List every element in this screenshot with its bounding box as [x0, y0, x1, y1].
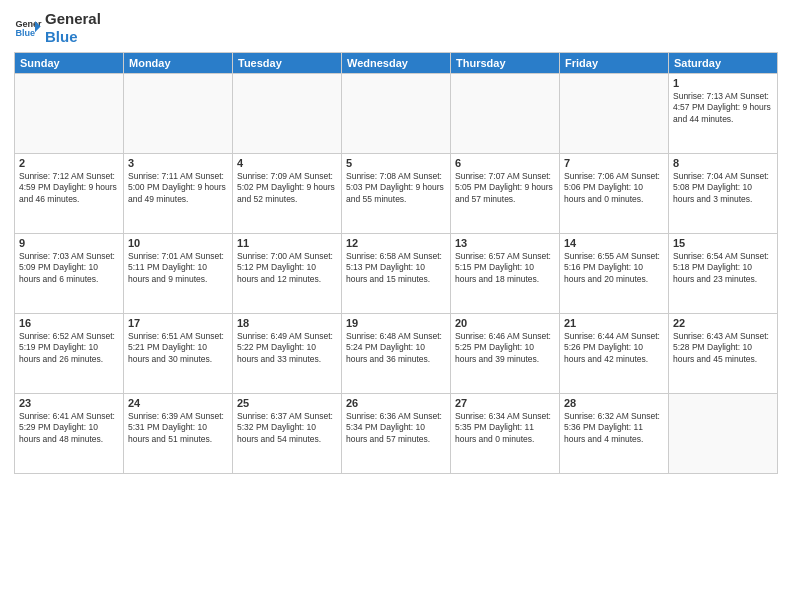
header-cell-monday: Monday [124, 53, 233, 74]
day-info: Sunrise: 6:48 AM Sunset: 5:24 PM Dayligh… [346, 331, 446, 365]
day-info: Sunrise: 6:57 AM Sunset: 5:15 PM Dayligh… [455, 251, 555, 285]
day-number: 26 [346, 397, 446, 409]
day-cell: 25Sunrise: 6:37 AM Sunset: 5:32 PM Dayli… [233, 394, 342, 474]
day-cell: 24Sunrise: 6:39 AM Sunset: 5:31 PM Dayli… [124, 394, 233, 474]
day-cell: 9Sunrise: 7:03 AM Sunset: 5:09 PM Daylig… [15, 234, 124, 314]
day-cell: 11Sunrise: 7:00 AM Sunset: 5:12 PM Dayli… [233, 234, 342, 314]
day-info: Sunrise: 6:49 AM Sunset: 5:22 PM Dayligh… [237, 331, 337, 365]
day-cell: 5Sunrise: 7:08 AM Sunset: 5:03 PM Daylig… [342, 154, 451, 234]
day-info: Sunrise: 7:01 AM Sunset: 5:11 PM Dayligh… [128, 251, 228, 285]
day-cell: 21Sunrise: 6:44 AM Sunset: 5:26 PM Dayli… [560, 314, 669, 394]
week-row-4: 23Sunrise: 6:41 AM Sunset: 5:29 PM Dayli… [15, 394, 778, 474]
day-cell: 17Sunrise: 6:51 AM Sunset: 5:21 PM Dayli… [124, 314, 233, 394]
day-info: Sunrise: 6:54 AM Sunset: 5:18 PM Dayligh… [673, 251, 773, 285]
day-info: Sunrise: 6:34 AM Sunset: 5:35 PM Dayligh… [455, 411, 555, 445]
day-info: Sunrise: 7:08 AM Sunset: 5:03 PM Dayligh… [346, 171, 446, 205]
day-number: 1 [673, 77, 773, 89]
day-cell [15, 74, 124, 154]
day-cell [669, 394, 778, 474]
week-row-0: 1Sunrise: 7:13 AM Sunset: 4:57 PM Daylig… [15, 74, 778, 154]
svg-text:Blue: Blue [15, 28, 35, 38]
day-info: Sunrise: 7:04 AM Sunset: 5:08 PM Dayligh… [673, 171, 773, 205]
logo-text: General Blue [45, 10, 101, 46]
page: General Blue General Blue SundayMondayTu… [0, 0, 792, 482]
day-info: Sunrise: 7:07 AM Sunset: 5:05 PM Dayligh… [455, 171, 555, 205]
week-row-2: 9Sunrise: 7:03 AM Sunset: 5:09 PM Daylig… [15, 234, 778, 314]
day-cell [124, 74, 233, 154]
day-number: 14 [564, 237, 664, 249]
day-info: Sunrise: 6:51 AM Sunset: 5:21 PM Dayligh… [128, 331, 228, 365]
header-cell-tuesday: Tuesday [233, 53, 342, 74]
day-number: 7 [564, 157, 664, 169]
day-info: Sunrise: 6:58 AM Sunset: 5:13 PM Dayligh… [346, 251, 446, 285]
day-number: 8 [673, 157, 773, 169]
day-number: 3 [128, 157, 228, 169]
day-cell: 13Sunrise: 6:57 AM Sunset: 5:15 PM Dayli… [451, 234, 560, 314]
day-number: 18 [237, 317, 337, 329]
day-cell: 7Sunrise: 7:06 AM Sunset: 5:06 PM Daylig… [560, 154, 669, 234]
day-cell [233, 74, 342, 154]
calendar-header-row: SundayMondayTuesdayWednesdayThursdayFrid… [15, 53, 778, 74]
day-cell: 22Sunrise: 6:43 AM Sunset: 5:28 PM Dayli… [669, 314, 778, 394]
header-cell-saturday: Saturday [669, 53, 778, 74]
header-cell-thursday: Thursday [451, 53, 560, 74]
day-info: Sunrise: 6:43 AM Sunset: 5:28 PM Dayligh… [673, 331, 773, 365]
day-cell: 1Sunrise: 7:13 AM Sunset: 4:57 PM Daylig… [669, 74, 778, 154]
day-number: 17 [128, 317, 228, 329]
day-number: 13 [455, 237, 555, 249]
day-cell: 12Sunrise: 6:58 AM Sunset: 5:13 PM Dayli… [342, 234, 451, 314]
day-cell: 27Sunrise: 6:34 AM Sunset: 5:35 PM Dayli… [451, 394, 560, 474]
day-info: Sunrise: 6:36 AM Sunset: 5:34 PM Dayligh… [346, 411, 446, 445]
day-cell: 6Sunrise: 7:07 AM Sunset: 5:05 PM Daylig… [451, 154, 560, 234]
logo-icon: General Blue [14, 14, 42, 42]
day-info: Sunrise: 6:44 AM Sunset: 5:26 PM Dayligh… [564, 331, 664, 365]
day-number: 19 [346, 317, 446, 329]
day-number: 15 [673, 237, 773, 249]
day-info: Sunrise: 7:11 AM Sunset: 5:00 PM Dayligh… [128, 171, 228, 205]
day-cell: 18Sunrise: 6:49 AM Sunset: 5:22 PM Dayli… [233, 314, 342, 394]
day-number: 23 [19, 397, 119, 409]
day-number: 11 [237, 237, 337, 249]
day-info: Sunrise: 7:00 AM Sunset: 5:12 PM Dayligh… [237, 251, 337, 285]
day-cell: 19Sunrise: 6:48 AM Sunset: 5:24 PM Dayli… [342, 314, 451, 394]
day-cell: 20Sunrise: 6:46 AM Sunset: 5:25 PM Dayli… [451, 314, 560, 394]
day-info: Sunrise: 6:55 AM Sunset: 5:16 PM Dayligh… [564, 251, 664, 285]
day-cell: 15Sunrise: 6:54 AM Sunset: 5:18 PM Dayli… [669, 234, 778, 314]
day-cell: 8Sunrise: 7:04 AM Sunset: 5:08 PM Daylig… [669, 154, 778, 234]
day-info: Sunrise: 7:06 AM Sunset: 5:06 PM Dayligh… [564, 171, 664, 205]
day-cell [560, 74, 669, 154]
day-cell: 16Sunrise: 6:52 AM Sunset: 5:19 PM Dayli… [15, 314, 124, 394]
day-info: Sunrise: 7:09 AM Sunset: 5:02 PM Dayligh… [237, 171, 337, 205]
day-number: 25 [237, 397, 337, 409]
logo: General Blue General Blue [14, 10, 101, 46]
day-cell: 4Sunrise: 7:09 AM Sunset: 5:02 PM Daylig… [233, 154, 342, 234]
calendar-body: 1Sunrise: 7:13 AM Sunset: 4:57 PM Daylig… [15, 74, 778, 474]
day-info: Sunrise: 7:12 AM Sunset: 4:59 PM Dayligh… [19, 171, 119, 205]
day-number: 10 [128, 237, 228, 249]
week-row-1: 2Sunrise: 7:12 AM Sunset: 4:59 PM Daylig… [15, 154, 778, 234]
day-cell: 23Sunrise: 6:41 AM Sunset: 5:29 PM Dayli… [15, 394, 124, 474]
day-number: 4 [237, 157, 337, 169]
day-number: 28 [564, 397, 664, 409]
day-cell [342, 74, 451, 154]
day-number: 9 [19, 237, 119, 249]
day-cell: 3Sunrise: 7:11 AM Sunset: 5:00 PM Daylig… [124, 154, 233, 234]
header-cell-sunday: Sunday [15, 53, 124, 74]
day-info: Sunrise: 7:03 AM Sunset: 5:09 PM Dayligh… [19, 251, 119, 285]
header: General Blue General Blue [14, 10, 778, 46]
day-info: Sunrise: 6:41 AM Sunset: 5:29 PM Dayligh… [19, 411, 119, 445]
day-number: 20 [455, 317, 555, 329]
day-info: Sunrise: 6:46 AM Sunset: 5:25 PM Dayligh… [455, 331, 555, 365]
header-cell-friday: Friday [560, 53, 669, 74]
day-number: 6 [455, 157, 555, 169]
day-cell: 2Sunrise: 7:12 AM Sunset: 4:59 PM Daylig… [15, 154, 124, 234]
day-number: 12 [346, 237, 446, 249]
day-cell: 26Sunrise: 6:36 AM Sunset: 5:34 PM Dayli… [342, 394, 451, 474]
day-info: Sunrise: 6:39 AM Sunset: 5:31 PM Dayligh… [128, 411, 228, 445]
calendar-table: SundayMondayTuesdayWednesdayThursdayFrid… [14, 52, 778, 474]
day-info: Sunrise: 6:52 AM Sunset: 5:19 PM Dayligh… [19, 331, 119, 365]
day-cell: 10Sunrise: 7:01 AM Sunset: 5:11 PM Dayli… [124, 234, 233, 314]
header-cell-wednesday: Wednesday [342, 53, 451, 74]
day-number: 24 [128, 397, 228, 409]
day-info: Sunrise: 6:37 AM Sunset: 5:32 PM Dayligh… [237, 411, 337, 445]
